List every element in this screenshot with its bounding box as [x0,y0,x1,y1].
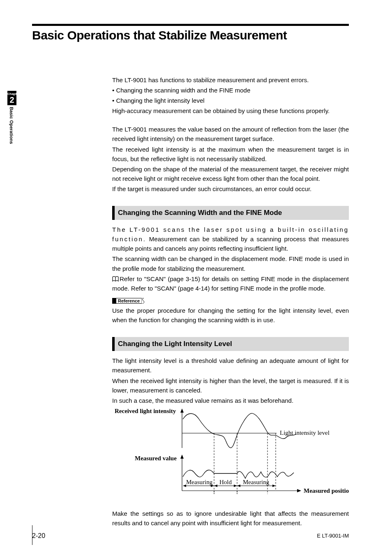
diagram-y2-label: Measured value [135,455,177,462]
page-body: Basic Operations that Stabilize Measurem… [32,24,349,538]
measured-curve [183,470,294,478]
reference-tag: Reference [112,295,145,305]
doc-id: E LT-9001-IM [317,533,349,539]
section-heading-light: Changing the Light Intensity Level [112,337,349,351]
book-icon [112,276,119,282]
svg-marker-18 [234,485,237,487]
intro-bullet-1: • Changing the scanning width and the FI… [112,85,349,95]
sec1-ref-text: Refer to "SCAN" (page 3-15) for details … [112,275,349,292]
diagram-y1-label: Received light intensity [115,408,176,414]
svg-marker-21 [272,485,276,487]
sec2-p2: When the received light intensity is hig… [112,376,349,395]
svg-marker-14 [183,485,186,487]
content-column: The LT-9001 has functions to stabilize m… [112,75,349,528]
page-title: Basic Operations that Stabilize Measurem… [32,28,349,42]
sec1-p2: The scanning width can be changed in the… [112,254,349,273]
intro-p6: If the target is measured under such cir… [112,184,349,194]
svg-marker-20 [237,485,240,487]
reference-tag-text: Reference [116,298,142,304]
chapter-title: Basic Operations [9,107,14,144]
sec2-p3: In such a case, the measured value remai… [112,396,349,405]
title-rule [32,24,349,26]
chapter-tab: Chapter 2 Basic Operations [7,91,16,144]
sec1-ref: Refer to "SCAN" (page 3-15) for details … [112,274,349,293]
diagram-region-3: Measuring [243,479,270,485]
intro-p1: The LT-9001 has functions to stabilize m… [112,75,349,85]
diagram: Received light intensity Light intensity… [112,408,349,505]
intro-p2: High-accuracy measurement can be obtaine… [112,106,349,115]
diagram-x-label: Measured position [304,487,349,494]
intensity-curve [183,413,296,448]
page-number: 2-20 [32,532,45,540]
svg-marker-1 [180,409,184,413]
svg-marker-17 [214,485,217,487]
sec1-p1: The LT-9001 scans the laser spot using a… [112,225,349,253]
sec2-p1: The light intensity level is a threshold… [112,356,349,375]
reference-tag-marker [112,298,116,304]
intro-p3: The LT-9001 measures the value based on … [112,125,349,143]
intro-p5: Depending on the shape of the material o… [112,164,349,183]
diagram-region-2: Hold [219,479,232,485]
chapter-box: Chapter 2 [7,91,16,105]
sec2-p4: Make the settings so as to ignore undesi… [112,509,349,528]
diagram-threshold-label: Light intensity level [280,429,330,436]
intro-bullet-2: • Changing the light intensity level [112,96,349,105]
svg-marker-10 [297,489,301,492]
diagram-svg: Received light intensity Light intensity… [112,408,349,502]
diagram-region-1: Measuring [186,479,213,485]
section-heading-scan: Changing the Scanning Width and the FINE… [112,206,349,220]
sec1-p3: Use the proper procedure for changing th… [112,306,349,325]
chapter-number: 2 [7,96,16,105]
intro-p4: The received light intensity is at the m… [112,145,349,164]
sec1-p1-rest: Measurement can be stabilized by a scann… [112,235,349,252]
reference-tag-flag-icon [141,298,145,304]
svg-marker-8 [180,455,184,459]
